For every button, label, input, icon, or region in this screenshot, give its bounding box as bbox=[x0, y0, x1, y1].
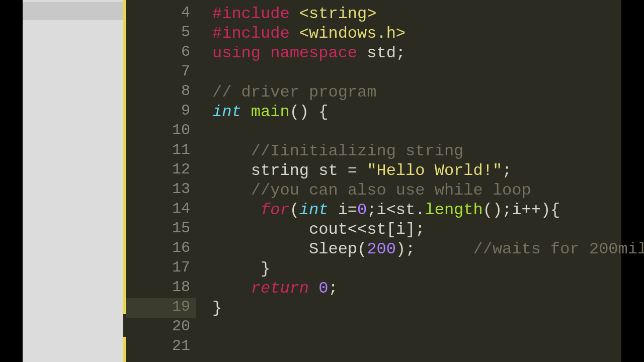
token-punc: = bbox=[348, 201, 357, 219]
line-number[interactable]: 9 bbox=[125, 102, 190, 119]
token-type: int bbox=[299, 201, 329, 219]
token-fn: length bbox=[425, 201, 482, 219]
token-pp: #include bbox=[212, 5, 290, 23]
token-pp: namespace bbox=[270, 44, 357, 62]
line-number[interactable]: 10 bbox=[125, 122, 190, 139]
line-number[interactable]: 8 bbox=[125, 82, 190, 100]
code-line[interactable]: Sleep(200); //waits for 200milliseco bbox=[212, 239, 644, 259]
line-number[interactable]: 4 bbox=[125, 4, 190, 21]
token-id bbox=[290, 5, 299, 23]
token-id: ); bbox=[396, 240, 473, 258]
token-cmt: //you can also use while loop bbox=[251, 181, 531, 200]
token-kw: for bbox=[261, 201, 290, 219]
code-line[interactable]: } bbox=[212, 298, 222, 318]
code-line[interactable]: for(int i=0;i<st.length();i++){ bbox=[212, 200, 560, 220]
line-number[interactable]: 6 bbox=[125, 43, 190, 60]
token-id bbox=[290, 24, 299, 43]
token-id: st. bbox=[396, 201, 425, 219]
token-pp: #include bbox=[212, 24, 290, 43]
line-number[interactable]: 17 bbox=[125, 259, 190, 276]
code-line[interactable]: #include <windows.h> bbox=[212, 24, 406, 43]
code-line[interactable]: return 0; bbox=[212, 279, 338, 298]
token-num: 0 bbox=[318, 279, 328, 298]
token-id: ){ bbox=[541, 201, 560, 219]
token-cmt: //waits for 200milliseco bbox=[473, 240, 644, 258]
token-id: std; bbox=[357, 44, 406, 62]
token-id bbox=[309, 279, 318, 298]
token-num: 0 bbox=[357, 201, 367, 219]
left-sidebar bbox=[23, 0, 126, 362]
token-kw: return bbox=[251, 279, 309, 298]
editor-frame: 456789101112131415161718192021 #include … bbox=[23, 0, 621, 362]
token-id: } bbox=[251, 259, 270, 278]
code-line[interactable]: //Iinitializing string bbox=[212, 141, 463, 161]
token-id: cout bbox=[290, 220, 348, 239]
token-id: i bbox=[328, 201, 347, 219]
line-number[interactable]: 11 bbox=[125, 141, 190, 158]
code-area[interactable]: #include <string>#include <windows.h>usi… bbox=[196, 0, 621, 362]
line-number[interactable]: 14 bbox=[125, 200, 190, 217]
token-id: Sleep( bbox=[290, 240, 367, 258]
token-id: string st bbox=[251, 161, 348, 180]
token-punc: < bbox=[386, 201, 396, 219]
line-number[interactable]: 20 bbox=[125, 318, 190, 335]
code-line[interactable]: cout<<st[i]; bbox=[212, 220, 425, 239]
token-id: () { bbox=[290, 103, 329, 121]
code-line[interactable]: int main() { bbox=[212, 102, 328, 122]
token-type: int bbox=[212, 103, 242, 121]
token-id bbox=[242, 103, 251, 121]
token-id: ();i bbox=[483, 201, 522, 219]
code-line[interactable]: } bbox=[212, 259, 270, 279]
token-punc: = bbox=[348, 161, 367, 180]
code-line[interactable]: string st = "Hello World!"; bbox=[212, 161, 512, 180]
code-line[interactable]: using namespace std; bbox=[212, 43, 406, 63]
token-str: "Hello World!" bbox=[367, 161, 502, 180]
token-str: <windows.h> bbox=[299, 24, 406, 43]
line-number[interactable]: 16 bbox=[125, 239, 190, 256]
line-number[interactable]: 13 bbox=[125, 180, 190, 198]
code-line[interactable]: //you can also use while loop bbox=[212, 180, 531, 200]
token-id: ;i bbox=[367, 201, 386, 219]
sidebar-header-strip bbox=[23, 2, 126, 20]
line-number[interactable]: 5 bbox=[125, 24, 190, 41]
token-id bbox=[261, 44, 270, 62]
code-line[interactable]: #include <string> bbox=[212, 4, 376, 24]
token-cmt: // driver program bbox=[212, 83, 376, 102]
token-id: ; bbox=[502, 161, 512, 180]
line-number[interactable]: 7 bbox=[125, 63, 190, 80]
token-num: 200 bbox=[367, 240, 396, 258]
token-punc: << bbox=[348, 220, 367, 239]
token-id bbox=[251, 201, 261, 219]
token-str: <string> bbox=[299, 5, 377, 23]
token-fn: main bbox=[251, 103, 290, 121]
line-number[interactable]: 15 bbox=[125, 220, 190, 237]
token-id: } bbox=[212, 299, 222, 317]
line-number[interactable]: 18 bbox=[125, 279, 190, 296]
token-punc: ++ bbox=[522, 201, 541, 219]
token-id: ; bbox=[328, 279, 338, 298]
token-pp: using bbox=[212, 44, 261, 62]
line-number[interactable]: 21 bbox=[125, 337, 190, 354]
token-id: st[i]; bbox=[367, 220, 425, 239]
code-line[interactable]: // driver program bbox=[212, 82, 376, 102]
line-number[interactable]: 12 bbox=[125, 161, 190, 178]
token-cmt: //Iinitializing string bbox=[251, 142, 463, 160]
token-id: ( bbox=[290, 201, 299, 219]
